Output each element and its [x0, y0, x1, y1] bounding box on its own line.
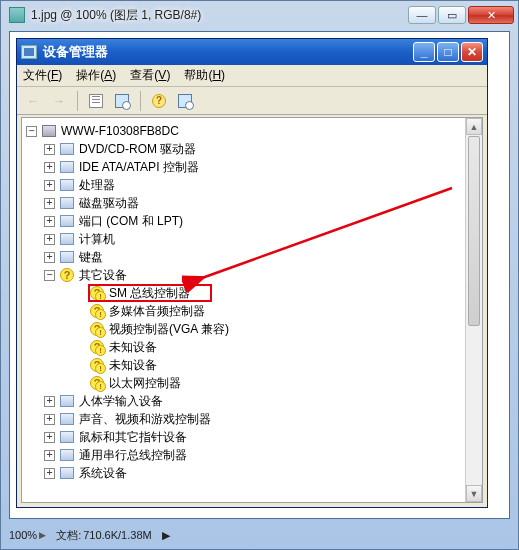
scan-icon — [115, 94, 129, 108]
device-icon — [60, 215, 74, 227]
tree-item-dev-4[interactable]: +端口 (COM 和 LPT) — [22, 212, 482, 230]
tree-item-other-1[interactable]: ?多媒体音频控制器 — [22, 302, 482, 320]
question-warning-icon: ? — [90, 358, 104, 372]
devmgr-close-button[interactable]: ✕ — [461, 42, 483, 62]
expander[interactable]: + — [44, 396, 55, 407]
tree-item-dev2-1[interactable]: +声音、视频和游戏控制器 — [22, 410, 482, 428]
refresh-button[interactable] — [173, 90, 197, 112]
menu-view[interactable]: 查看(V) — [130, 67, 170, 84]
tree-item-label: 未知设备 — [109, 356, 157, 374]
computer-icon — [42, 125, 56, 137]
tree-item-label: 人体学输入设备 — [79, 392, 163, 410]
zoom-level[interactable]: 100% ▶ — [9, 529, 46, 541]
tree-item-label: 以太网控制器 — [109, 374, 181, 392]
toolbar-separator — [77, 91, 78, 111]
menu-help[interactable]: 帮助(H) — [184, 67, 225, 84]
tree-item-dev-1[interactable]: +IDE ATA/ATAPI 控制器 — [22, 158, 482, 176]
chevron-down-icon: ▼ — [470, 489, 479, 499]
tree-item-other-3[interactable]: ?未知设备 — [22, 338, 482, 356]
tree-item-root[interactable]: −WWW-F10308FB8DC — [22, 122, 482, 140]
question-warning-icon: ? — [90, 376, 104, 390]
tree-item-dev2-2[interactable]: +鼠标和其它指针设备 — [22, 428, 482, 446]
toolbar: ← → ? — [17, 87, 487, 115]
expander[interactable]: + — [44, 468, 55, 479]
tree-item-label: DVD/CD-ROM 驱动器 — [79, 140, 196, 158]
tree-item-label: 未知设备 — [109, 338, 157, 356]
tree-item-dev-0[interactable]: +DVD/CD-ROM 驱动器 — [22, 140, 482, 158]
tree-item-other-0[interactable]: ?SM 总线控制器 — [22, 284, 482, 302]
refresh-icon — [178, 94, 192, 108]
forward-button: → — [47, 90, 71, 112]
expander[interactable]: + — [44, 432, 55, 443]
tree-item-dev2-4[interactable]: +系统设备 — [22, 464, 482, 482]
tree-item-label: 声音、视频和游戏控制器 — [79, 410, 211, 428]
chevron-right-icon: ▶ — [39, 530, 46, 540]
outer-window-controls: — ▭ ✕ — [408, 6, 514, 24]
devmgr-maximize-button[interactable]: □ — [437, 42, 459, 62]
tree-item-label: 处理器 — [79, 176, 115, 194]
expander[interactable]: + — [44, 198, 55, 209]
properties-button[interactable] — [84, 90, 108, 112]
menubar: 文件(F) 操作(A) 查看(V) 帮助(H) — [17, 65, 487, 87]
expander[interactable]: + — [44, 144, 55, 155]
properties-icon — [89, 94, 103, 108]
close-button[interactable]: ✕ — [468, 6, 514, 24]
scroll-down-button[interactable]: ▼ — [466, 485, 482, 502]
question-warning-icon: ? — [90, 286, 104, 300]
outer-titlebar[interactable]: 1.jpg @ 100% (图层 1, RGB/8#) — ▭ ✕ — [1, 1, 518, 29]
tree-item-label: 多媒体音频控制器 — [109, 302, 205, 320]
expander[interactable]: − — [26, 126, 37, 137]
expander[interactable]: + — [44, 252, 55, 263]
tree-item-other-4[interactable]: ?未知设备 — [22, 356, 482, 374]
menu-file[interactable]: 文件(F) — [23, 67, 62, 84]
devmgr-minimize-button[interactable]: _ — [413, 42, 435, 62]
menu-action[interactable]: 操作(A) — [76, 67, 116, 84]
tree-item-dev2-3[interactable]: +通用串行总线控制器 — [22, 446, 482, 464]
expander[interactable]: + — [44, 180, 55, 191]
tree-item-other-devices[interactable]: −?其它设备 — [22, 266, 482, 284]
maximize-button[interactable]: ▭ — [438, 6, 466, 24]
expander[interactable]: − — [44, 270, 55, 281]
vertical-scrollbar[interactable]: ▲ ▼ — [465, 118, 482, 502]
tree-item-label: 其它设备 — [79, 266, 127, 284]
tree-item-dev-5[interactable]: +计算机 — [22, 230, 482, 248]
minimize-button[interactable]: — — [408, 6, 436, 24]
scroll-thumb[interactable] — [468, 136, 480, 326]
devmgr-window-controls: _ □ ✕ — [413, 42, 483, 62]
expander[interactable]: + — [44, 216, 55, 227]
tree-item-other-5[interactable]: ?以太网控制器 — [22, 374, 482, 392]
scan-button[interactable] — [110, 90, 134, 112]
expander[interactable]: + — [44, 414, 55, 425]
devmgr-icon — [21, 45, 37, 59]
expander[interactable]: + — [44, 234, 55, 245]
expander[interactable]: + — [44, 162, 55, 173]
expander[interactable]: + — [44, 450, 55, 461]
device-manager-window: 设备管理器 _ □ ✕ 文件(F) 操作(A) 查看(V) 帮助(H) ← → — [16, 38, 488, 508]
scroll-up-button[interactable]: ▲ — [466, 118, 482, 135]
device-icon — [60, 161, 74, 173]
status-bar: 100% ▶ 文档: 710.6K/1.38M ▶ — [9, 525, 510, 545]
tree-item-label: IDE ATA/ATAPI 控制器 — [79, 158, 199, 176]
help-button[interactable]: ? — [147, 90, 171, 112]
tree-item-label: 系统设备 — [79, 464, 127, 482]
tree-item-dev-3[interactable]: +磁盘驱动器 — [22, 194, 482, 212]
device-icon — [60, 197, 74, 209]
toolbar-separator — [140, 91, 141, 111]
tree-item-label: SM 总线控制器 — [109, 284, 190, 302]
device-icon — [60, 179, 74, 191]
tree-item-label: 端口 (COM 和 LPT) — [79, 212, 183, 230]
device-icon — [60, 395, 74, 407]
tree-item-dev-2[interactable]: +处理器 — [22, 176, 482, 194]
tree-item-dev-6[interactable]: +键盘 — [22, 248, 482, 266]
tree-item-label: 视频控制器(VGA 兼容) — [109, 320, 229, 338]
tree-item-dev2-0[interactable]: +人体学输入设备 — [22, 392, 482, 410]
question-warning-icon: ? — [90, 340, 104, 354]
outer-window: 1.jpg @ 100% (图层 1, RGB/8#) — ▭ ✕ 设备管理器 … — [0, 0, 519, 550]
device-icon — [60, 467, 74, 479]
tree-item-other-2[interactable]: ?视频控制器(VGA 兼容) — [22, 320, 482, 338]
tree-item-label: WWW-F10308FB8DC — [61, 122, 179, 140]
devmgr-titlebar[interactable]: 设备管理器 _ □ ✕ — [17, 39, 487, 65]
device-icon — [60, 251, 74, 263]
question-icon: ? — [60, 268, 74, 282]
tree-item-label: 键盘 — [79, 248, 103, 266]
